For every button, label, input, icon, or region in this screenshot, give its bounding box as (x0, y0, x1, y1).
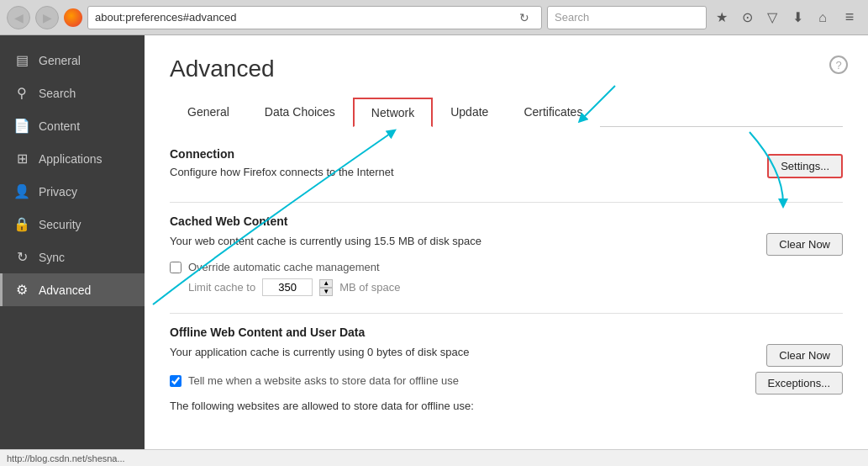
offline-title: Offline Web Content and User Data (170, 326, 843, 339)
offline-tell-checkbox[interactable] (170, 375, 181, 387)
forward-button[interactable]: ▶ (35, 6, 59, 29)
cached-desc: Your web content cache is currently usin… (170, 235, 481, 247)
cached-title: Cached Web Content (170, 214, 843, 228)
address-text: about:preferences#advanced (95, 11, 514, 24)
search-placeholder: Search (555, 11, 589, 24)
override-cache-row: Override automatic cache management (170, 261, 843, 273)
limit-unit-label: MB of space (339, 281, 400, 294)
sidebar-label-sync: Sync (39, 251, 65, 264)
tab-general[interactable]: General (170, 98, 247, 127)
security-icon: 🔒 (13, 216, 30, 232)
status-bar: http://blog.csdn.net/shesna... (0, 449, 868, 466)
cached-clear-button[interactable]: Clear Now (766, 233, 843, 256)
sidebar-item-content[interactable]: 📄 Content (0, 109, 145, 142)
cached-section: Cached Web Content Your web content cach… (170, 214, 843, 296)
divider-1 (170, 202, 843, 203)
pocket-icon[interactable]: ⊙ (737, 8, 757, 28)
spinner-down[interactable]: ▼ (319, 288, 333, 296)
offline-desc-row: Your application cache is currently usin… (170, 344, 843, 367)
help-icon[interactable]: ? (829, 56, 848, 74)
firefox-logo (64, 8, 82, 27)
offline-clear-button[interactable]: Clear Now (766, 344, 843, 367)
menu-button[interactable]: ≡ (838, 6, 861, 29)
offline-section: Offline Web Content and User Data Your a… (170, 326, 843, 412)
back-button[interactable]: ◀ (7, 6, 30, 29)
tab-datachoices[interactable]: Data Choices (247, 98, 353, 127)
browser-search-bar[interactable]: Search (547, 6, 707, 29)
tab-network[interactable]: Network (353, 98, 433, 127)
sidebar-label-applications: Applications (39, 152, 103, 166)
advanced-icon: ⚙ (13, 282, 30, 298)
content-area: Advanced ? General Data Choices Network … (145, 35, 868, 449)
exceptions-button[interactable]: Exceptions... (755, 372, 843, 395)
home-icon[interactable]: ⌂ (813, 8, 833, 28)
offline-following-label: The following websites are allowed to st… (170, 400, 843, 412)
tab-certificates[interactable]: Certificates (506, 98, 600, 127)
bookmark-icon[interactable]: ★ (712, 8, 732, 28)
main-area: ▤ General ⚲ Search 📄 Content ⊞ Applicati… (0, 35, 868, 449)
spinner-up[interactable]: ▲ (319, 279, 333, 288)
override-cache-checkbox[interactable] (170, 262, 181, 273)
browser-toolbar: ◀ ▶ about:preferences#advanced ↻ Search … (0, 0, 868, 35)
cached-row: Your web content cache is currently usin… (170, 233, 843, 256)
sidebar: ▤ General ⚲ Search 📄 Content ⊞ Applicati… (0, 35, 145, 449)
privacy-icon: 👤 (13, 183, 30, 199)
sidebar-label-privacy: Privacy (39, 185, 77, 199)
status-url: http://blog.csdn.net/shesna... (7, 453, 125, 463)
connection-section: Connection Configure how Firefox connect… (170, 147, 843, 185)
sidebar-label-search: Search (39, 87, 76, 100)
sidebar-item-privacy[interactable]: 👤 Privacy (0, 175, 145, 208)
sidebar-item-security[interactable]: 🔒 Security (0, 208, 145, 241)
settings-button[interactable]: Settings... (767, 154, 843, 178)
connection-row: Connection Configure how Firefox connect… (170, 147, 843, 185)
general-icon: ▤ (13, 52, 30, 68)
search-icon: ⚲ (13, 85, 30, 101)
tabs-bar: General Data Choices Network Update Cert… (170, 98, 843, 127)
offline-tell-checkbox-row: Tell me when a website asks to store dat… (170, 374, 459, 387)
connection-desc: Configure how Firefox connects to the In… (170, 166, 394, 178)
cache-limit-row: Limit cache to ▲ ▼ MB of space (188, 278, 843, 296)
sidebar-item-advanced[interactable]: ⚙ Advanced (0, 273, 145, 306)
page-title: Advanced (170, 56, 843, 82)
offline-desc: Your application cache is currently usin… (170, 346, 470, 358)
sidebar-item-applications[interactable]: ⊞ Applications (0, 142, 145, 175)
tab-update[interactable]: Update (433, 98, 506, 127)
toolbar-icons: ★ ⊙ ▽ ⬇ ⌂ ≡ (712, 6, 861, 29)
address-bar[interactable]: about:preferences#advanced ↻ (87, 6, 542, 29)
sync-icon: ↻ (13, 249, 30, 265)
offline-tell-label: Tell me when a website asks to store dat… (188, 374, 459, 387)
refresh-button[interactable]: ↻ (514, 8, 534, 28)
download-icon[interactable]: ⬇ (787, 8, 808, 28)
sidebar-item-sync[interactable]: ↻ Sync (0, 241, 145, 273)
connection-content: Connection Configure how Firefox connect… (170, 147, 394, 185)
limit-cache-label: Limit cache to (188, 281, 255, 294)
divider-2 (170, 313, 843, 314)
sidebar-item-search[interactable]: ⚲ Search (0, 77, 145, 109)
connection-title: Connection (170, 147, 394, 161)
cache-spinner: ▲ ▼ (319, 279, 333, 296)
sidebar-label-security: Security (39, 218, 82, 231)
applications-icon: ⊞ (13, 151, 30, 167)
sidebar-item-general[interactable]: ▤ General (0, 44, 145, 77)
sidebar-label-general: General (39, 54, 81, 67)
override-cache-label: Override automatic cache management (188, 261, 380, 273)
offline-tell-row: Tell me when a website asks to store dat… (170, 372, 843, 395)
shield-icon[interactable]: ▽ (762, 8, 782, 28)
sidebar-label-content: Content (39, 119, 80, 133)
cache-limit-input[interactable] (262, 278, 313, 296)
content-icon: 📄 (13, 118, 30, 134)
sidebar-label-advanced: Advanced (39, 283, 91, 297)
